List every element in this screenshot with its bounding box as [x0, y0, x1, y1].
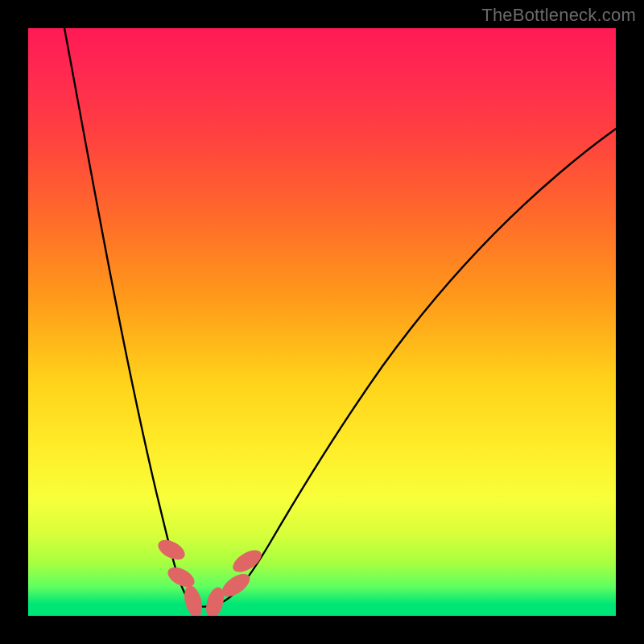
chart-svg: [28, 28, 616, 616]
curve-marker: [181, 584, 205, 616]
marker-group: [155, 536, 265, 616]
chart-frame: [28, 28, 616, 616]
curve-marker: [155, 536, 188, 564]
watermark-text: TheBottleneck.com: [481, 5, 636, 26]
bottleneck-curve-path: [64, 28, 616, 607]
